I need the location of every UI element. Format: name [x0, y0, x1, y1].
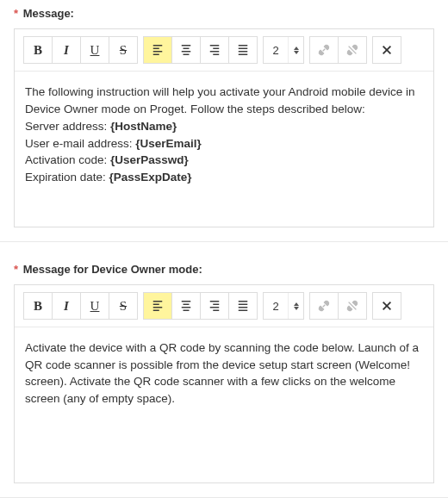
text-style-group: B I U S [23, 292, 138, 320]
content-line-value: {PassExpDate} [109, 171, 192, 184]
clear-format-button[interactable] [372, 36, 401, 64]
clear-format-button[interactable] [372, 292, 401, 320]
content-line: Server address: {HostName} [25, 118, 423, 135]
field-label: * Message for Device Owner mode: [14, 263, 434, 276]
editor-toolbar: B I U S 2 [15, 285, 433, 327]
rich-text-editor: B I U S 2 The following instructi [14, 28, 434, 227]
clear-group [372, 292, 401, 320]
field-label-text: Message: [23, 7, 74, 20]
content-line-label: Server address: [25, 120, 110, 133]
align-left-button[interactable] [143, 36, 172, 64]
strikethrough-button[interactable]: S [109, 292, 138, 320]
caret-up-icon [294, 47, 299, 50]
font-size-value: 2 [264, 300, 288, 313]
field-block: * Message: B I U S 2 [0, 0, 448, 242]
content-line: Activation code: {UserPasswd} [25, 152, 423, 169]
text-style-group: B I U S [23, 36, 138, 64]
align-group [143, 292, 258, 320]
underline-button[interactable]: U [80, 36, 109, 64]
caret-down-icon [294, 51, 299, 54]
bold-button[interactable]: B [23, 36, 53, 64]
align-center-button[interactable] [171, 292, 201, 320]
editor-content[interactable]: Activate the device with a QR code by sc… [15, 327, 433, 482]
field-label-text: Message for Device Owner mode: [23, 263, 202, 276]
strikethrough-button[interactable]: S [109, 36, 138, 64]
content-line: User e-mail address: {UserEmail} [25, 135, 423, 153]
font-size-stepper[interactable] [288, 37, 303, 63]
field-label: * Message: [14, 7, 434, 20]
align-right-button[interactable] [200, 292, 229, 320]
rich-text-editor: B I U S 2 Activate the device wit [14, 284, 434, 483]
unlink-button[interactable] [338, 36, 367, 64]
bold-button[interactable]: B [23, 292, 53, 320]
align-justify-button[interactable] [228, 36, 258, 64]
content-intro: The following instruction will help you … [25, 84, 423, 117]
align-right-button[interactable] [200, 36, 229, 64]
caret-up-icon [294, 302, 299, 306]
field-block: * Message for Device Owner mode: B I U S… [0, 256, 448, 498]
required-asterisk: * [14, 263, 18, 276]
clear-group [372, 36, 401, 64]
font-size-value: 2 [264, 44, 288, 57]
underline-button[interactable]: U [80, 292, 109, 320]
italic-button[interactable]: I [52, 292, 81, 320]
font-size-stepper[interactable] [288, 293, 303, 319]
editor-content[interactable]: The following instruction will help you … [15, 72, 433, 227]
link-button[interactable] [309, 36, 339, 64]
content-line: Expiration date: {PassExpDate} [25, 169, 423, 186]
italic-button[interactable]: I [52, 36, 81, 64]
link-group [309, 292, 367, 320]
align-center-button[interactable] [171, 36, 201, 64]
content-line-label: User e-mail address: [25, 137, 135, 150]
font-size-select[interactable]: 2 [263, 292, 304, 320]
content-intro: Activate the device with a QR code by sc… [25, 339, 423, 407]
align-left-button[interactable] [143, 292, 172, 320]
link-group [309, 36, 367, 64]
align-justify-button[interactable] [228, 292, 258, 320]
editor-toolbar: B I U S 2 [15, 29, 433, 72]
content-line-value: {HostName} [110, 120, 177, 133]
content-line-label: Expiration date: [25, 171, 109, 184]
unlink-button[interactable] [338, 292, 367, 320]
align-group [143, 36, 258, 64]
content-line-value: {UserEmail} [135, 137, 202, 150]
content-line-label: Activation code: [25, 153, 110, 166]
caret-down-icon [294, 307, 299, 310]
font-size-select[interactable]: 2 [263, 36, 304, 64]
link-button[interactable] [309, 292, 339, 320]
required-asterisk: * [14, 7, 18, 20]
content-line-value: {UserPasswd} [110, 153, 189, 166]
